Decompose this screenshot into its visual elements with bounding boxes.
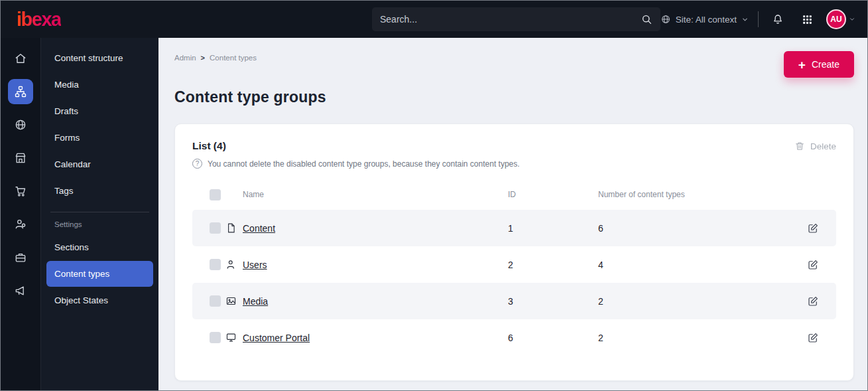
breadcrumb-admin[interactable]: Admin [174, 54, 196, 62]
sidebar-menu: Content structure Media Drafts Forms Cal… [40, 38, 158, 390]
ibexa-logo[interactable]: ibexa [17, 9, 61, 30]
app-window: ibexa Site: All context [0, 0, 868, 391]
sidebar-item-content-structure[interactable]: Content structure [46, 45, 153, 71]
group-link[interactable]: Users [243, 260, 267, 270]
column-header-id: ID [508, 190, 598, 199]
group-id: 1 [508, 223, 598, 234]
edit-icon[interactable] [804, 329, 822, 347]
sidebar-item-drafts[interactable]: Drafts [46, 98, 153, 124]
sidebar-item-tags[interactable]: Tags [46, 178, 153, 204]
group-link[interactable]: Customer Portal [243, 333, 310, 343]
edit-icon[interactable] [804, 220, 822, 237]
site-context-label: Site: All context [676, 15, 737, 25]
breadcrumb: Admin > Content types [174, 51, 257, 62]
table-row: Customer Portal 6 2 [192, 319, 836, 356]
product-catalog-icon[interactable] [8, 145, 33, 171]
sidebar-item-sections[interactable]: Sections [46, 234, 153, 260]
image-icon [225, 295, 237, 307]
sidebar-item-label: Content types [54, 269, 109, 279]
group-id: 2 [508, 260, 598, 270]
logo-area: ibexa [1, 9, 158, 31]
user-menu[interactable]: AU [826, 9, 855, 29]
trash-icon [794, 141, 805, 151]
monitor-icon [225, 332, 237, 343]
row-checkbox[interactable] [210, 332, 221, 343]
table-row: Content 1 6 [192, 210, 836, 246]
sidebar-item-label: Tags [54, 186, 74, 196]
icon-rail [1, 38, 40, 390]
sidebar-item-forms[interactable]: Forms [46, 125, 153, 151]
delete-button[interactable]: Delete [794, 141, 836, 151]
table-header: Name ID Number of content types [192, 179, 836, 210]
topbar-right: Site: All context AU [660, 9, 867, 29]
group-id: 6 [508, 333, 598, 343]
search-icon[interactable] [641, 13, 652, 25]
plus-icon: + [798, 58, 806, 71]
topbar-divider [758, 11, 759, 27]
sidebar-item-label: Forms [54, 133, 80, 143]
sidebar-item-label: Drafts [54, 106, 78, 116]
help-text: You cannot delete the disabled content t… [208, 159, 520, 169]
sidebar-item-label: Sections [54, 242, 89, 252]
sidebar-section-settings: Settings [41, 219, 158, 234]
notifications-bell-icon[interactable] [768, 9, 788, 29]
group-count: 2 [598, 333, 804, 343]
topbar: ibexa Site: All context [1, 1, 867, 38]
commerce-cart-icon[interactable] [8, 179, 33, 204]
group-count: 4 [598, 260, 804, 270]
sidebar-item-content-types[interactable]: Content types [46, 261, 153, 287]
edit-icon[interactable] [804, 256, 822, 274]
search-input[interactable] [380, 14, 641, 25]
sidebar-item-calendar[interactable]: Calendar [46, 151, 153, 177]
file-icon [225, 222, 237, 234]
group-link[interactable]: Content [243, 223, 275, 234]
sidebar-item-label: Calendar [54, 159, 91, 169]
sidebar-divider [50, 212, 149, 212]
user-icon [225, 259, 237, 270]
create-button-label: Create [812, 59, 839, 70]
group-link[interactable]: Media [243, 296, 268, 307]
content-structure-icon[interactable] [8, 79, 33, 104]
group-count: 6 [598, 223, 804, 234]
sidebar-item-label: Content structure [54, 53, 123, 63]
column-header-name: Name [243, 190, 508, 199]
content-type-groups-panel: List (4) Delete ? You cannot delete the … [174, 123, 854, 381]
sidebar-item-label: Object States [54, 295, 108, 305]
chevron-down-icon [741, 16, 749, 23]
help-icon[interactable]: ? [192, 159, 202, 169]
edit-icon[interactable] [804, 293, 822, 310]
group-id: 3 [508, 296, 598, 307]
delete-button-label: Delete [810, 141, 836, 151]
page-title: Content type groups [174, 88, 854, 106]
list-title: List (4) [192, 140, 226, 152]
global-search [372, 7, 660, 31]
app-grid-icon[interactable] [797, 9, 817, 29]
globe-icon [660, 14, 671, 25]
admin-toolbox-icon[interactable] [8, 245, 33, 270]
site-context-selector[interactable]: Site: All context [660, 14, 749, 25]
avatar: AU [826, 9, 846, 29]
marketing-megaphone-icon[interactable] [8, 278, 33, 303]
row-checkbox[interactable] [210, 295, 221, 307]
group-count: 2 [598, 296, 804, 307]
main-content: Admin > Content types + Create Content t… [158, 38, 867, 390]
breadcrumb-current: Content types [210, 54, 257, 62]
site-globe-icon[interactable] [8, 112, 33, 137]
row-checkbox[interactable] [210, 222, 221, 234]
sidebar-item-media[interactable]: Media [46, 72, 153, 98]
sidebar-item-object-states[interactable]: Object States [46, 287, 153, 313]
breadcrumb-separator: > [201, 54, 205, 62]
column-header-count: Number of content types [598, 190, 804, 199]
row-checkbox[interactable] [210, 259, 221, 270]
table-row: Users 2 4 [192, 246, 836, 283]
users-permissions-icon[interactable] [8, 212, 33, 237]
create-button[interactable]: + Create [784, 51, 854, 78]
table-row: Media 3 2 [192, 283, 836, 319]
select-all-checkbox[interactable] [210, 189, 221, 200]
chevron-down-icon [849, 16, 855, 23]
home-icon[interactable] [8, 46, 33, 71]
sidebar-item-label: Media [54, 80, 79, 90]
